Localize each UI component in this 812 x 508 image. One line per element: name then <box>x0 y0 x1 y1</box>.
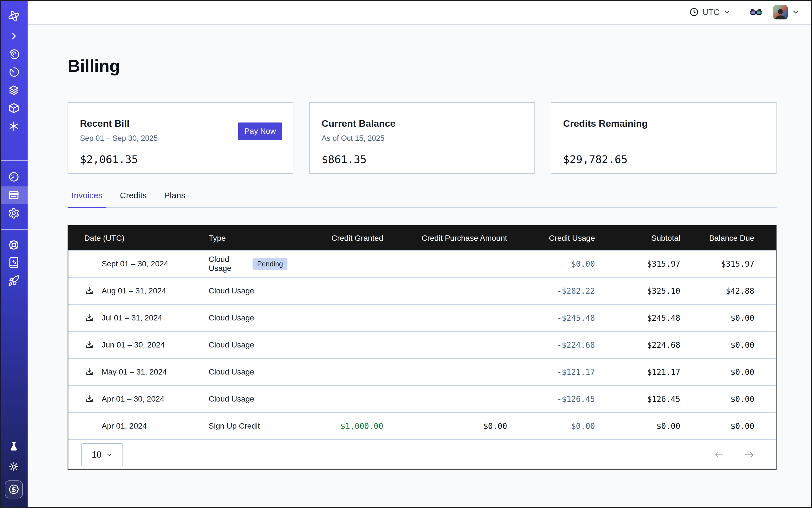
main-content: Billing Recent Bill Sep 01 – Sep 30, 202… <box>28 25 812 508</box>
app-logo-icon[interactable] <box>0 8 28 24</box>
billing-card-icon <box>8 189 20 201</box>
orbit-logo-icon <box>7 9 20 23</box>
invoice-date: Apr 01 – 30, 2024 <box>102 394 164 404</box>
sidebar-item-history[interactable] <box>0 64 28 81</box>
subtotal: $315.97 <box>595 259 680 269</box>
subtotal: $126.45 <box>595 394 680 404</box>
subtotal: $245.48 <box>595 313 680 323</box>
tab-credits[interactable]: Credits <box>116 190 151 208</box>
credit-usage: -$245.48 <box>507 313 595 323</box>
table-row: Aug 01 – 31, 2024 Cloud Usage -$282.22 $… <box>69 277 776 304</box>
invoice-date: May 01 – 31, 2024 <box>102 368 167 377</box>
credit-usage: -$224.68 <box>507 340 595 350</box>
download-invoice-button[interactable] <box>84 313 94 323</box>
invoice-date: Aug 01 – 31, 2024 <box>102 286 166 295</box>
invoice-type: Sign Up Credit <box>209 422 260 431</box>
rocket-icon <box>8 275 20 287</box>
invoice-date: Sept 01 – 30, 2024 <box>102 259 168 268</box>
balance-due: $42.88 <box>680 286 754 296</box>
money-badge-icon <box>8 484 19 495</box>
invoice-type: Cloud Usage <box>209 340 254 349</box>
col-type: Type <box>209 234 288 243</box>
account-menu-chevron-icon[interactable] <box>792 8 800 16</box>
asterisk-icon <box>8 121 19 132</box>
download-invoice-button[interactable] <box>84 394 94 404</box>
credits-remaining-amount: $29,782.65 <box>563 153 764 166</box>
invoice-type: Cloud Usage <box>209 313 254 323</box>
sidebar-item-docs[interactable] <box>0 254 28 271</box>
invoices-table: Date (UTC) Type Credit Granted Credit Pu… <box>68 225 776 470</box>
chevron-down-icon <box>723 8 731 16</box>
credit-usage: $0.00 <box>507 422 595 431</box>
card-title: Current Balance <box>322 118 522 129</box>
cube-icon <box>8 102 20 114</box>
book-sparkle-icon <box>8 257 20 269</box>
sidebar-item-settings[interactable] <box>0 204 28 222</box>
sidebar-divider <box>0 229 28 230</box>
sidebar-item-functions[interactable] <box>0 118 28 135</box>
col-credit-purchase: Credit Purchase Amount <box>383 234 507 243</box>
download-invoice-button[interactable] <box>84 340 94 350</box>
credit-granted: $1,000.00 <box>288 422 383 431</box>
table-row: May 01 – 31, 2024 Cloud Usage -$121.17 $… <box>69 358 776 385</box>
current-balance-card: Current Balance As of Oct 15, 2025 $861.… <box>309 102 535 174</box>
timezone-selector[interactable]: UTC <box>689 7 731 17</box>
sidebar-item-packages[interactable] <box>0 99 28 117</box>
col-date: Date (UTC) <box>84 234 209 243</box>
sidebar-item-billing[interactable] <box>0 186 28 204</box>
arrow-left-icon <box>713 449 725 461</box>
credit-usage: $0.00 <box>507 259 595 269</box>
download-invoice-button[interactable] <box>84 367 94 377</box>
layers-icon <box>8 84 20 96</box>
sidebar-item-layers[interactable] <box>0 81 28 99</box>
sidebar-item-deploy[interactable] <box>0 272 28 290</box>
topbar: UTC <box>28 0 812 25</box>
billing-tabs: Invoices Credits Plans <box>68 190 776 208</box>
table-row: Apr 01 – 30, 2024 Cloud Usage -$126.45 $… <box>69 385 776 412</box>
page-size-select[interactable]: 10 <box>81 443 123 466</box>
timezone-label: UTC <box>702 7 720 17</box>
recent-bill-card: Recent Bill Sep 01 – Sep 30, 2025 $2,061… <box>68 102 293 174</box>
table-row: Sept 01 – 30, 2024 Cloud UsagePending $0… <box>69 250 776 277</box>
table-header-row: Date (UTC) Type Credit Granted Credit Pu… <box>69 226 776 250</box>
sidebar-expand[interactable] <box>0 27 28 45</box>
icon-spacer <box>84 421 94 431</box>
pay-now-button[interactable]: Pay Now <box>238 123 282 140</box>
current-balance-amount: $861.35 <box>322 153 522 166</box>
flask-icon <box>8 441 19 453</box>
download-icon <box>84 367 94 377</box>
sidebar-item-support[interactable] <box>0 236 28 254</box>
download-icon <box>84 394 94 404</box>
tab-plans[interactable]: Plans <box>160 190 189 208</box>
balance-due: $0.00 <box>680 422 754 431</box>
reader-mode-button[interactable] <box>750 6 762 18</box>
sidebar-item-labs[interactable] <box>0 438 28 456</box>
user-avatar[interactable] <box>773 5 788 19</box>
credit-usage: -$282.22 <box>507 286 595 296</box>
credit-usage: -$121.17 <box>507 368 595 377</box>
download-icon <box>84 313 94 323</box>
subtotal: $325.10 <box>595 286 680 296</box>
credits-button[interactable] <box>5 480 23 499</box>
invoice-type: Cloud Usage <box>209 255 246 273</box>
sidebar-item-usage[interactable] <box>0 168 28 185</box>
invoice-type: Cloud Usage <box>209 368 254 377</box>
invoice-type: Cloud Usage <box>209 394 254 404</box>
next-page-button[interactable] <box>743 449 756 461</box>
recent-bill-amount: $2,061.35 <box>80 153 281 166</box>
balance-due: $0.00 <box>680 394 754 404</box>
download-invoice-button[interactable] <box>84 286 94 296</box>
summary-cards: Recent Bill Sep 01 – Sep 30, 2025 $2,061… <box>68 102 776 174</box>
clock-icon <box>689 7 699 17</box>
eye-spiral-icon <box>8 48 20 60</box>
sidebar-item-observe[interactable] <box>0 45 28 63</box>
subtotal: $121.17 <box>595 368 680 377</box>
prev-page-button[interactable] <box>713 449 725 461</box>
tab-invoices[interactable]: Invoices <box>68 190 106 208</box>
person-silhouette <box>773 6 788 19</box>
sidebar-item-theme[interactable] <box>0 458 28 475</box>
status-badge: Pending <box>253 258 288 270</box>
arrow-right-icon <box>743 449 756 461</box>
app-window: UTC Billing <box>0 0 812 508</box>
glasses-icon <box>750 6 762 18</box>
